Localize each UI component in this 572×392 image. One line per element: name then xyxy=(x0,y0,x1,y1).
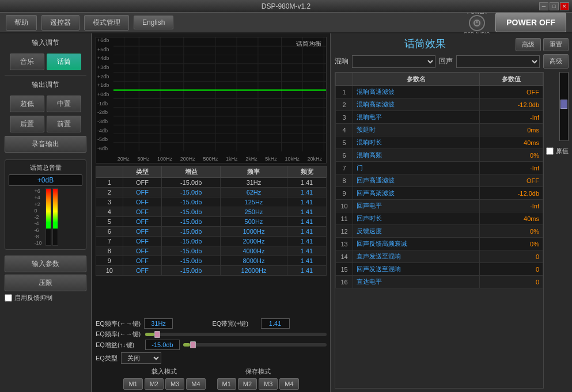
eq-type-select[interactable]: 关闭 低架 高架 峰值 xyxy=(121,352,161,364)
eq-row-freq: 500Hz xyxy=(220,217,287,227)
music-button[interactable]: 音乐 xyxy=(10,54,44,70)
param-table-row[interactable]: 16 直达电平 0 xyxy=(336,276,543,288)
english-button[interactable]: English xyxy=(134,16,173,29)
eq-table-row[interactable]: 6 OFF -15.0db 1000Hz 1.41 xyxy=(96,227,327,237)
eq-table-row[interactable]: 1 OFF -15.0db 31Hz 1.41 xyxy=(96,178,327,188)
load-m2-button[interactable]: M2 xyxy=(145,378,164,390)
effect-vertical-slider[interactable] xyxy=(559,72,569,141)
param-col-num xyxy=(336,73,353,86)
save-m3-button[interactable]: M3 xyxy=(259,378,278,390)
save-m1-button[interactable]: M1 xyxy=(217,378,236,390)
power-circle-button[interactable] xyxy=(469,15,485,31)
param-row-name: 直声发送至混响 xyxy=(353,250,480,263)
original-checkbox[interactable] xyxy=(546,147,554,155)
eq-freq-slider[interactable] xyxy=(145,333,327,336)
eq-type-row: EQ类型 关闭 低架 高架 峰值 xyxy=(92,351,330,365)
bottom-btns: 输入参数 压限 启用反馈抑制 xyxy=(5,256,86,302)
mode-manage-button[interactable]: 模式管理 xyxy=(84,15,129,31)
param-table-row[interactable]: 3 混响电平 -Inf xyxy=(336,111,543,124)
param-table-row[interactable]: 15 回声发送至混响 0 xyxy=(336,263,543,276)
power-off-button[interactable]: POWER OFF xyxy=(495,13,566,32)
power-icon xyxy=(472,18,482,28)
param-table-row[interactable]: 9 回声高架滤波 -12.0db xyxy=(336,187,543,200)
echo-select[interactable] xyxy=(456,55,540,68)
param-row-num: 8 xyxy=(336,174,353,187)
eq-row-freq: 4000Hz xyxy=(220,246,287,256)
eq-table-row[interactable]: 7 OFF -15.0db 2000Hz 1.41 xyxy=(96,237,327,246)
param-table-row[interactable]: 10 回声电平 -Inf xyxy=(336,200,543,212)
eq-row-bw: 1.41 xyxy=(287,256,327,266)
param-row-num: 6 xyxy=(336,149,353,162)
rear-button[interactable]: 后置 xyxy=(10,116,44,132)
mic-button[interactable]: 话筒 xyxy=(47,54,81,70)
output-btn-row1: 超低 中置 xyxy=(5,96,86,112)
eq-row-gain: -15.0db xyxy=(162,178,220,188)
param-row-num: 16 xyxy=(336,276,353,288)
compression-button[interactable]: 压限 xyxy=(5,275,86,291)
eq-col-num xyxy=(96,166,123,178)
eq-row-bw: 1.41 xyxy=(287,227,327,237)
load-m4-button[interactable]: M4 xyxy=(186,378,205,390)
param-table-row[interactable]: 11 回声时长 40ms xyxy=(336,212,543,225)
eq-table-row[interactable]: 3 OFF -15.0db 125Hz 1.41 xyxy=(96,197,327,207)
eq-gain-slider[interactable] xyxy=(183,343,327,347)
eq-chart: 话筒均衡 +6db+5db+4db+3db+2db +1db+0db-1db-2… xyxy=(96,37,327,163)
param-row-value: 0ms xyxy=(480,124,543,136)
close-button[interactable]: ✕ xyxy=(560,2,569,10)
param-table-row[interactable]: 14 直声发送至混响 0 xyxy=(336,250,543,263)
eq-table-row[interactable]: 5 OFF -15.0db 500Hz 1.41 xyxy=(96,217,327,227)
reset-button[interactable]: 重置 xyxy=(543,38,569,51)
input-params-button[interactable]: 输入参数 xyxy=(5,256,86,272)
param-row-name: 回声电平 xyxy=(353,200,480,212)
eq-table-row[interactable]: 2 OFF -15.0db 62Hz 1.41 xyxy=(96,188,327,197)
param-row-value: -12.0db xyxy=(480,98,543,111)
save-m2-button[interactable]: M2 xyxy=(238,378,257,390)
remote-button[interactable]: 遥控器 xyxy=(41,15,79,31)
eq-table-row[interactable]: 9 OFF -15.0db 8000Hz 1.41 xyxy=(96,256,327,266)
minimize-button[interactable]: ─ xyxy=(539,2,548,10)
front-button[interactable]: 前置 xyxy=(47,116,81,132)
maximize-button[interactable]: □ xyxy=(550,2,559,10)
advanced-button[interactable]: 高级 xyxy=(516,38,541,51)
eq-row-bw: 1.41 xyxy=(287,197,327,207)
subwoofer-button[interactable]: 超低 xyxy=(10,96,44,112)
param-table-row[interactable]: 1 混响高通滤波 OFF xyxy=(336,86,543,98)
reverb-label: 混响 xyxy=(335,56,348,66)
eq-table-row[interactable]: 4 OFF -15.0db 250Hz 1.41 xyxy=(96,207,327,217)
param-row-name: 预延时 xyxy=(353,124,480,136)
param-row-value: 0% xyxy=(480,238,543,250)
save-m4-button[interactable]: M4 xyxy=(279,378,298,390)
param-table-row[interactable]: 5 混响时长 40ms xyxy=(336,136,543,149)
load-m3-button[interactable]: M3 xyxy=(165,378,184,390)
eq-table-row[interactable]: 8 OFF -15.0db 4000Hz 1.41 xyxy=(96,246,327,256)
power-section: POWER DSP-AUDIO POWER OFF xyxy=(464,9,566,36)
param-row-value: 0 xyxy=(480,263,543,276)
param-row-num: 11 xyxy=(336,212,353,225)
eq-row-freq: 250Hz xyxy=(220,207,287,217)
param-table-row[interactable]: 2 混响高架滤波 -12.0db xyxy=(336,98,543,111)
param-area: 参数名 参数值 1 混响高通滤波 OFF 2 混响高架滤波 -12.0db 3 … xyxy=(335,72,569,389)
param-table-row[interactable]: 13 回声反馈高频衰减 0% xyxy=(336,238,543,250)
meter-scale: +6+4+20 -2-4-6-8-10 xyxy=(33,188,43,246)
reverb-select[interactable] xyxy=(352,55,435,68)
eq-table-row[interactable]: 10 OFF -15.0db 12000Hz 1.41 xyxy=(96,266,327,276)
record-output-button[interactable]: 录音输出 xyxy=(5,136,86,153)
eq-row-bw: 1.41 xyxy=(287,188,327,197)
center-button[interactable]: 中置 xyxy=(47,96,81,112)
eq-row-freq: 62Hz xyxy=(220,188,287,197)
param-table-row[interactable]: 4 预延时 0ms xyxy=(336,124,543,136)
eq-table-area: 类型 增益 频率 频宽 1 OFF -15.0db 31Hz 1.41 2 OF… xyxy=(92,163,330,317)
param-table-row[interactable]: 7 门 -Inf xyxy=(336,162,543,174)
eq-row-gain: -15.0db xyxy=(162,227,220,237)
param-table-row[interactable]: 12 反馈速度 0% xyxy=(336,225,543,238)
param-table-row[interactable]: 8 回声高通滤波 OFF xyxy=(336,174,543,187)
feedback-suppress-checkbox[interactable] xyxy=(5,294,12,302)
meter-bar-left xyxy=(46,188,51,246)
volume-title: 话筒总音量 xyxy=(9,163,82,172)
param-table-row[interactable]: 6 混响高频 0% xyxy=(336,149,543,162)
load-m1-button[interactable]: M1 xyxy=(123,378,142,390)
toolbar: 帮助 遥控器 模式管理 English POWER DSP-AUDIO POWE… xyxy=(0,13,572,33)
reverb-advanced-button[interactable]: 高级 xyxy=(543,54,569,68)
help-button[interactable]: 帮助 xyxy=(6,15,37,31)
load-save-section: 载入模式 M1 M2 M3 M4 保存模式 M1 M2 M3 M4 xyxy=(92,365,330,392)
